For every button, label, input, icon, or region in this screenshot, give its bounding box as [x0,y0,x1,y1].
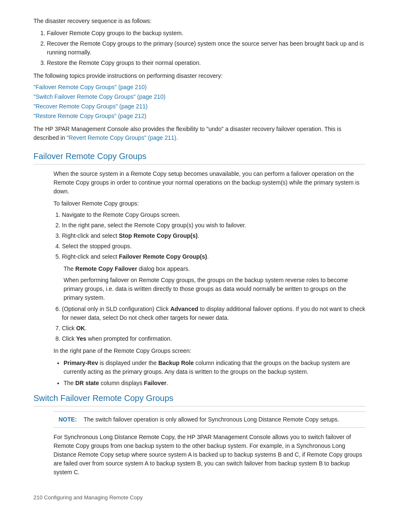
bullet-list: Primary-Rev is displayed under the Backu… [64,359,366,388]
sub1-after: dialog box appears. [137,265,190,272]
switch-section-body: NOTE: The switch failover operation is o… [33,411,366,477]
step5-after: . [207,253,209,260]
failover-steps: Navigate to the Remote Copy Groups scree… [62,211,366,261]
list-item: Restore the Remote Copy groups to their … [47,59,366,67]
sub1-before: The [64,265,75,272]
step-6: (Optional only in SLD configuration) Cli… [62,305,366,322]
note-label: NOTE: [59,415,79,424]
note-box: NOTE: The switch failover operation is o… [54,411,366,428]
step7-bold: OK [76,325,85,332]
step-2: In the right pane, select the Remote Cop… [62,221,366,230]
bullet2-before: The [64,380,75,386]
sub1-bold: Remote Copy Failover [75,265,137,272]
step-7: Click OK. [62,324,366,333]
following-topics-text: The following topics provide instruction… [33,72,366,80]
steps-6-8: (Optional only in SLD configuration) Cli… [62,305,366,343]
step-4: Select the stopped groups. [62,242,366,251]
list-item: Recover the Remote Copy groups to the pr… [47,39,366,57]
links-block: "Failover Remote Copy Groups" (page 210)… [33,83,366,121]
footer: 210 Configuring and Managing Remote Copy [33,493,366,502]
bullet-1: Primary-Rev is displayed under the Backu… [64,359,366,376]
disaster-steps-list: Failover Remote Copy groups to the backu… [47,29,366,67]
revert-link[interactable]: "Revert Remote Copy Groups" (page 211). [66,134,178,141]
step7-after: . [85,325,87,332]
step6-before: (Optional only in SLD configuration) Cli… [62,306,170,312]
bullet2-mid1: column displays [99,380,144,386]
to-failover-text: To failover Remote Copy groups: [54,199,366,208]
step-1: Navigate to the Remote Copy Groups scree… [62,211,366,219]
step-5: Right-click and select Failover Remote C… [62,252,366,261]
switch-failover-link[interactable]: "Switch Failover Remote Copy Groups" (pa… [33,93,366,101]
bullet1-bold2: Backup Role [158,360,194,366]
switch-section-heading: Switch Failover Remote Copy Groups [33,392,366,406]
restore-link[interactable]: "Restore Remote Copy Groups" (page 212) [33,112,366,121]
step6-bold: Advanced [170,306,198,312]
step3-bold: Stop Remote Copy Group(s) [119,232,197,239]
switch-intro: For Synchronous Long Distance Remote Cop… [54,433,366,477]
disaster-sequence-text: The disaster recovery sequence is as fol… [33,17,366,26]
list-item: Failover Remote Copy groups to the backu… [47,29,366,38]
failover-link[interactable]: "Failover Remote Copy Groups" (page 210) [33,83,366,92]
step3-before: Right-click and select [62,232,119,239]
bullet2-mid2: . [166,380,168,386]
footer-text: 210 Configuring and Managing Remote Copy [33,494,143,501]
undo-text: The HP 3PAR Management Console also prov… [33,125,366,142]
step5-sub2: When performing failover on Remote Copy … [64,276,366,302]
recover-link[interactable]: "Recover Remote Copy Groups" (page 211) [33,102,366,111]
right-pane-intro: In the right pane of the Remote Copy Gro… [54,347,366,355]
failover-section-body: When the source system in a Remote Copy … [33,170,366,388]
note-content: The switch failover operation is only al… [84,415,361,424]
step5-before: Right-click and select [62,253,119,260]
step-8: Click Yes when prompted for confirmation… [62,334,366,343]
step8-after: when prompted for confirmation. [86,335,172,342]
failover-intro: When the source system in a Remote Copy … [54,170,366,196]
bullet1-bold1: Primary-Rev [64,360,98,366]
bullet2-bold2: Failover [144,380,166,386]
step-3: Right-click and select Stop Remote Copy … [62,231,366,240]
failover-section-heading: Failover Remote Copy Groups [33,150,366,164]
step8-before: Click [62,335,76,342]
step8-bold: Yes [76,335,86,342]
bullet-2: The DR state column displays Failover. [64,379,366,388]
step5-sub1: The Remote Copy Failover dialog box appe… [64,265,366,273]
page: The disaster recovery sequence is as fol… [0,0,399,532]
step3-after: . [197,232,199,239]
bullet2-bold1: DR state [75,380,99,386]
step5-bold: Failover Remote Copy Group(s) [119,253,207,260]
bullet1-mid1: is displayed under the [98,360,159,366]
step7-before: Click [62,325,76,332]
